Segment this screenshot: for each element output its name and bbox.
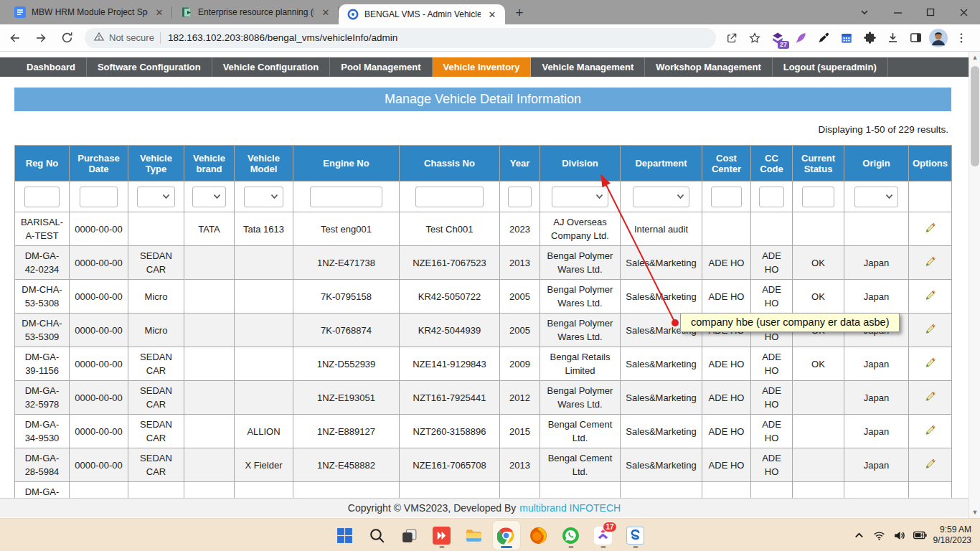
- taskbar-clock[interactable]: 9:59 AM 9/18/2023: [933, 524, 971, 546]
- reload-button[interactable]: [56, 27, 77, 49]
- cell-cost-center: ADE HO: [702, 448, 751, 482]
- column-header-vehicle-brand[interactable]: Vehicle brand: [184, 146, 235, 182]
- scroll-up-arrow[interactable]: ▲: [969, 52, 980, 63]
- cell-reg-no: DM-GA-42-0234: [15, 246, 70, 280]
- feather-extension-icon[interactable]: [791, 28, 811, 48]
- taskbar-s-app-icon[interactable]: [622, 521, 649, 550]
- edit-vehicle-button[interactable]: [923, 423, 938, 437]
- column-header-current-status[interactable]: Current Status: [793, 146, 844, 182]
- hidden-icons-chevron-icon[interactable]: [853, 529, 865, 542]
- edit-vehicle-button[interactable]: [923, 254, 938, 268]
- side-panel-icon[interactable]: [905, 28, 925, 48]
- browser-menu-kebab-icon[interactable]: [951, 28, 971, 48]
- page-footer: Copyright © VMS2023, Developed By multib…: [0, 498, 969, 517]
- page-viewport: DashboardSoftware ConfigurationVehicle C…: [0, 52, 980, 518]
- window-close-button[interactable]: [947, 0, 980, 24]
- column-header-options[interactable]: Options: [909, 146, 952, 182]
- taskbar-clickup-icon[interactable]: 17: [590, 521, 617, 550]
- column-header-department[interactable]: Department: [621, 146, 702, 182]
- taskbar-firefox-icon[interactable]: [525, 521, 552, 550]
- eyedropper-extension-icon[interactable]: [814, 28, 834, 48]
- extension-tags-icon[interactable]: 27: [768, 28, 788, 48]
- taskbar-whatsapp-icon[interactable]: [557, 521, 585, 550]
- filter-division-select[interactable]: [552, 187, 608, 207]
- edit-vehicle-button[interactable]: [923, 355, 938, 369]
- new-tab-button[interactable]: +: [509, 3, 529, 23]
- battery-icon[interactable]: [913, 529, 925, 542]
- column-header-purchase-date[interactable]: Purchase Date: [70, 146, 128, 182]
- back-button[interactable]: [4, 27, 26, 49]
- filter-vehicle-type-select[interactable]: [137, 187, 174, 207]
- filter-engine-no-input[interactable]: [310, 187, 382, 207]
- edit-vehicle-button[interactable]: [923, 220, 938, 235]
- column-header-year[interactable]: Year: [500, 146, 540, 182]
- filter-department-select[interactable]: [633, 187, 690, 207]
- filter-reg-no-input[interactable]: [24, 187, 59, 207]
- volume-icon[interactable]: [893, 529, 905, 542]
- window-maximize-button[interactable]: [914, 0, 947, 24]
- column-header-reg-no[interactable]: Reg No: [15, 146, 70, 182]
- scroll-down-arrow[interactable]: ▼: [969, 507, 980, 518]
- edit-vehicle-button[interactable]: [923, 389, 938, 403]
- edit-vehicle-button[interactable]: [923, 288, 938, 302]
- table-row: DM-GA-28-59840000-00-00SEDAN CARX Fielde…: [15, 448, 952, 482]
- nav-item-workshop-management[interactable]: Workshop Management: [645, 57, 772, 77]
- taskbar-file-explorer-icon[interactable]: [461, 521, 488, 550]
- address-bar[interactable]: Not secure 182.163.102.203:8086/bengal_v…: [85, 28, 716, 48]
- filter-vehicle-brand-select[interactable]: [192, 187, 225, 207]
- tab-close-icon[interactable]: ✕: [320, 6, 331, 18]
- forward-button[interactable]: [30, 27, 52, 49]
- taskbar-chrome-icon[interactable]: [493, 521, 520, 550]
- filter-cc-code-input[interactable]: [759, 187, 784, 207]
- tab-close-icon[interactable]: ✕: [486, 9, 498, 20]
- taskbar-anydesk-icon[interactable]: [428, 521, 456, 550]
- bookmark-star-icon[interactable]: [745, 28, 765, 48]
- page-scrollbar[interactable]: ▲ ▼: [969, 52, 980, 518]
- column-header-engine-no[interactable]: Engine No: [293, 146, 400, 182]
- filter-current-status-input[interactable]: [802, 187, 834, 207]
- column-header-origin[interactable]: Origin: [844, 146, 909, 182]
- nav-item-pool-management[interactable]: Pool Management: [330, 57, 432, 77]
- share-icon[interactable]: [722, 28, 742, 48]
- browser-tab[interactable]: BENGAL VMS - Admin VehicleInfo✕: [339, 4, 505, 24]
- column-header-chassis-no[interactable]: Chassis No: [400, 146, 500, 182]
- nav-item-dashboard[interactable]: Dashboard: [16, 57, 87, 77]
- edit-vehicle-button[interactable]: [923, 321, 938, 336]
- browser-tab[interactable]: Enterprise resource planning (ERP✕: [172, 0, 339, 24]
- filter-year-input[interactable]: [508, 187, 532, 207]
- wifi-icon[interactable]: [873, 529, 885, 542]
- nav-item-vehicle-configuration[interactable]: Vehicle Configuration: [212, 57, 331, 77]
- tab-close-icon[interactable]: ✕: [154, 6, 165, 18]
- scrollbar-thumb[interactable]: [971, 66, 979, 166]
- filter-vehicle-model-select[interactable]: [244, 187, 283, 207]
- url-text[interactable]: 182.163.102.203:8086/bengal_vms/vehicleI…: [168, 32, 398, 43]
- filter-cost-center-input[interactable]: [711, 187, 741, 207]
- open-app-indicator: [568, 546, 573, 548]
- column-header-division[interactable]: Division: [540, 146, 621, 182]
- security-label[interactable]: Not secure: [109, 32, 154, 43]
- column-header-cc-code[interactable]: CC Code: [751, 146, 793, 182]
- taskbar-search-icon[interactable]: [364, 521, 391, 550]
- nav-item-vehicle-inventory[interactable]: Vehicle Inventory: [433, 57, 532, 77]
- filter-purchase-date-input[interactable]: [80, 187, 118, 207]
- profile-avatar[interactable]: [928, 28, 948, 48]
- edit-vehicle-button[interactable]: [923, 456, 938, 471]
- calendar-extension-icon[interactable]: [837, 28, 857, 48]
- filter-chassis-no-input[interactable]: [415, 187, 483, 207]
- browser-tab[interactable]: MBW HRM Module Project Speci✕: [6, 0, 172, 24]
- column-header-vehicle-model[interactable]: Vehicle Model: [235, 146, 293, 182]
- nav-item-vehicle-management[interactable]: Vehicle Management: [531, 57, 645, 77]
- nav-item-logout-superadmin[interactable]: Logout (superadmin): [773, 57, 888, 77]
- taskbar-start-icon[interactable]: [331, 521, 359, 550]
- extensions-puzzle-icon[interactable]: [859, 28, 880, 48]
- window-minimize-button[interactable]: [881, 0, 914, 24]
- window-chevron-icon[interactable]: [848, 0, 881, 24]
- taskbar-task-view-icon[interactable]: [396, 521, 423, 550]
- filter-origin-select[interactable]: [854, 187, 899, 207]
- column-header-cost-center[interactable]: Cost Center: [702, 146, 751, 182]
- downloads-icon[interactable]: [882, 28, 903, 48]
- developer-link[interactable]: multibrand INFOTECH: [519, 502, 621, 514]
- column-header-vehicle-type[interactable]: Vehicle Type: [128, 146, 184, 182]
- nav-item-software-configuration[interactable]: Software Configuration: [87, 57, 212, 77]
- cell-vehicle-brand: [184, 381, 235, 415]
